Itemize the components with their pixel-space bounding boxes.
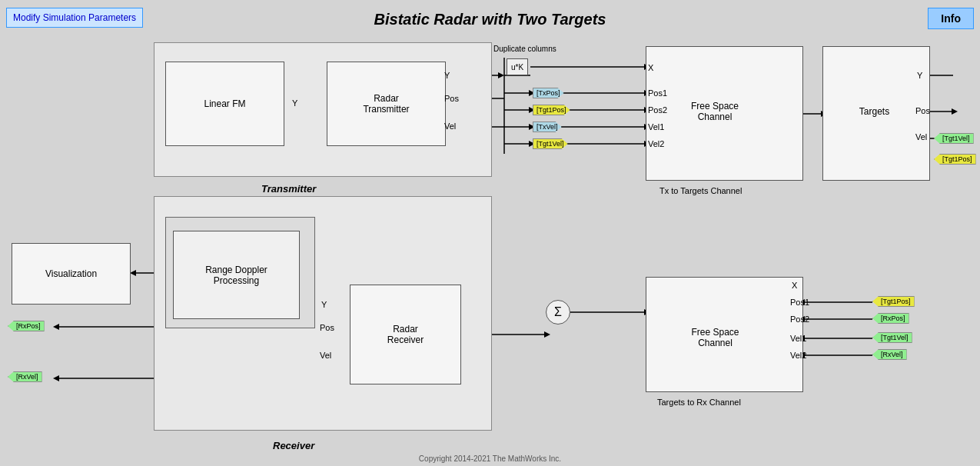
linear-fm-block[interactable]: Linear FM	[165, 62, 284, 146]
radar-tx-pos-port: Pos	[444, 94, 459, 103]
rdp-y-port: Y	[321, 300, 327, 309]
rx-channel-label: Targets to Rx Channel	[657, 398, 741, 407]
tgt1pos-rx-tag: [Tgt1Pos]	[872, 296, 915, 307]
rx-ch-pos1-port: Pos1	[790, 298, 809, 307]
freespace-tx-label: Free SpaceChannel	[665, 62, 765, 161]
txpos-from-tag: [TxPos]	[533, 88, 564, 98]
svg-marker-38	[544, 331, 550, 338]
svg-marker-50	[53, 324, 59, 330]
tx-ch-vel1-port: Vel1	[648, 122, 664, 131]
svg-marker-36	[130, 270, 136, 276]
tgt1vel-from-tag: [Tgt1Vel]	[533, 138, 568, 149]
targets-pos-port: Pos	[915, 106, 930, 115]
multiply-block[interactable]: u*K	[507, 58, 528, 75]
rx-ch-pos2-port: Pos2	[790, 315, 809, 324]
tx-ch-vel2-port: Vel2	[648, 139, 664, 148]
rxpos-out-tag: [RxPos]	[8, 321, 45, 331]
targets-vel-port: Vel	[915, 132, 927, 141]
freespace-rx-label: Free SpaceChannel	[659, 288, 771, 388]
rx-ch-x-port: X	[792, 281, 797, 290]
info-btn[interactable]: Info	[928, 8, 974, 29]
rdp-pos-port: Pos	[320, 323, 334, 332]
sum-symbol: Σ	[554, 305, 562, 319]
tx-channel-label: Tx to Targets Channel	[659, 186, 742, 195]
rxvel-out-tag: [RxVel]	[8, 371, 42, 382]
radar-tx-vel-port: Vel	[444, 121, 456, 131]
svg-marker-52	[53, 375, 59, 381]
rxpos-rx-tag: [RxPos]	[872, 313, 909, 324]
svg-marker-34	[952, 108, 958, 115]
tx-ch-x-port: X	[648, 63, 653, 72]
radar-transmitter-block[interactable]: RadarTransmitter	[327, 62, 446, 146]
rx-ch-vel2-port: Vel2	[790, 351, 806, 360]
targets-inner-label: Targets	[830, 62, 919, 161]
receiver-label: Receiver	[273, 440, 314, 451]
rx-ch-vel1-port: Vel1	[790, 334, 806, 343]
transmitter-label: Transmitter	[261, 183, 316, 195]
svg-marker-3	[498, 72, 504, 78]
multiply-label: u*K	[511, 63, 523, 72]
modify-simulation-btn[interactable]: Modify Simulation Parameters	[6, 8, 143, 28]
visualization-block[interactable]: Visualization	[12, 243, 131, 305]
linearfm-y-port: Y	[292, 98, 297, 108]
page-title: Bistatic Radar with Two Targets	[374, 11, 606, 28]
radar-receiver-block[interactable]: RadarReceiver	[350, 285, 461, 384]
tgt1vel-rx-tag: [Tgt1Vel]	[872, 332, 912, 343]
rdp-block[interactable]: Range DopplerProcessing	[173, 231, 300, 319]
visualization-label: Visualization	[45, 268, 97, 279]
rxvel-rx-tag: [RxVel]	[872, 349, 907, 360]
tgt1pos-from-tag: [Tgt1Pos]	[533, 105, 570, 115]
targets-y-port: Y	[917, 71, 922, 80]
radar-tx-label: RadarTransmitter	[363, 93, 409, 115]
linear-fm-label: Linear FM	[204, 98, 245, 109]
copyright: Copyright 2014-2021 The MathWorks Inc.	[419, 454, 561, 463]
sum-block[interactable]: Σ	[546, 300, 570, 325]
tgt1pos-goto-tag: [Tgt1Pos]	[934, 154, 976, 165]
radar-tx-y-port: Y	[444, 71, 450, 80]
dup-columns-label: Duplicate columns	[493, 45, 556, 53]
rdp-vel-port: Vel	[320, 351, 331, 360]
tgt1vel-goto-tag: [Tgt1Vel]	[934, 133, 974, 144]
txvel-from-tag: [TxVel]	[533, 121, 562, 132]
